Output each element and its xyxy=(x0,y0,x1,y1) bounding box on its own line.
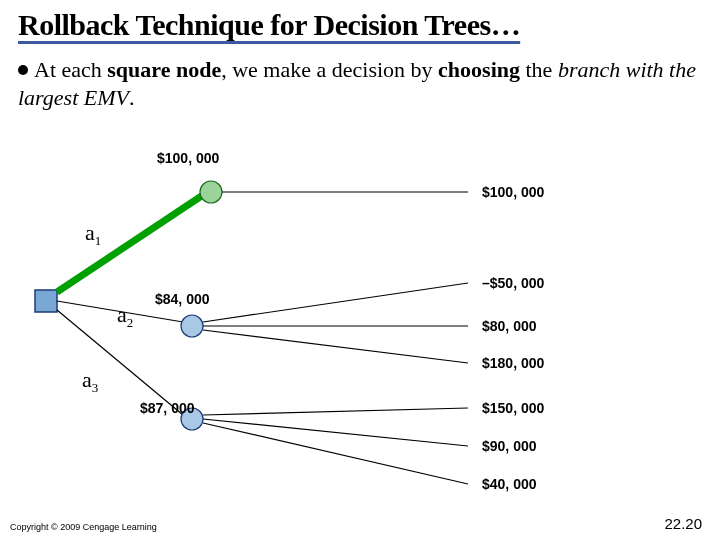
svg-point-5 xyxy=(181,315,203,337)
a3-outcome-2: $40, 000 xyxy=(482,476,537,492)
svg-line-11 xyxy=(203,408,468,415)
a3-outcome-0: $150, 000 xyxy=(482,400,544,416)
bullet-icon xyxy=(18,65,28,75)
body-end: . xyxy=(129,85,135,110)
a2-outcome-0: –$50, 000 xyxy=(482,275,544,291)
a3-value: $87, 000 xyxy=(140,400,195,416)
a1-outcome: $100, 000 xyxy=(482,184,544,200)
a2-value: $84, 000 xyxy=(155,291,210,307)
body-text: At each square node, we make a decision … xyxy=(18,56,698,111)
a2-outcome-1: $80, 000 xyxy=(482,318,537,334)
slide-number: 22.20 xyxy=(664,515,702,532)
copyright: Copyright © 2009 Cengage Learning xyxy=(10,522,157,532)
svg-line-10 xyxy=(203,330,468,363)
svg-line-1 xyxy=(57,195,203,292)
a1-label: a1 xyxy=(85,220,101,249)
body-b2: choosing xyxy=(438,57,520,82)
svg-line-12 xyxy=(203,419,468,446)
svg-line-8 xyxy=(203,283,468,322)
body-b1: square node xyxy=(107,57,221,82)
a1-value: $100, 000 xyxy=(157,150,219,166)
body-prefix: At each xyxy=(34,57,107,82)
svg-line-13 xyxy=(203,423,468,484)
a2-outcome-2: $180, 000 xyxy=(482,355,544,371)
a3-label: a3 xyxy=(82,367,98,396)
svg-rect-0 xyxy=(35,290,57,312)
body-mid: , we make a decision by xyxy=(221,57,438,82)
slide-title: Rollback Technique for Decision Trees… xyxy=(18,8,702,42)
a2-label: a2 xyxy=(117,302,133,331)
body-suffix: the xyxy=(520,57,558,82)
a3-outcome-1: $90, 000 xyxy=(482,438,537,454)
svg-point-4 xyxy=(200,181,222,203)
